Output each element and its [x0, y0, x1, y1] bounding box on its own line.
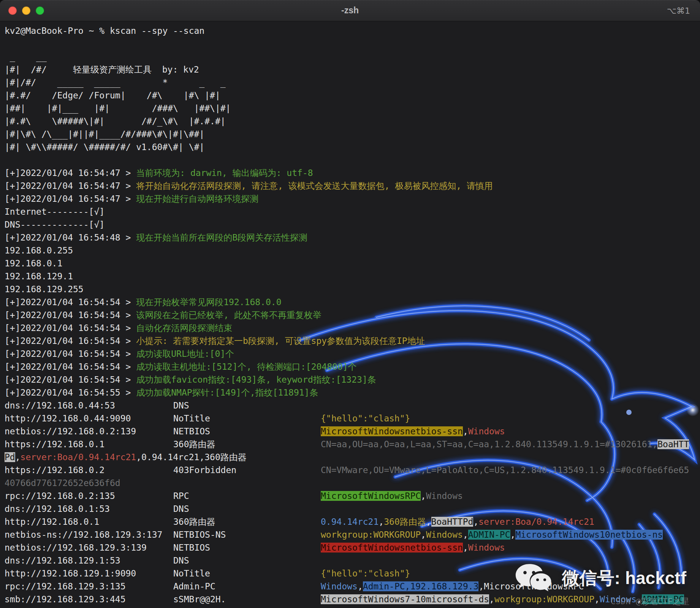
terminal-line: [+]2022/01/04 16:54:54 > 现在开始枚举常见网段192.1… [5, 296, 700, 309]
text-segment: [+]2022/01/04 16:54:48 > [5, 233, 136, 242]
text-segment: server:Boa/0.94.14rc21 [21, 452, 136, 462]
result-url: rpc://192.168.0.2:135 [5, 489, 173, 502]
text-segment: 40766d776172652e636f6d [5, 478, 120, 488]
result-url: https://192.168.0.1 [5, 438, 173, 451]
terminal-line: 192.168.129.255 [5, 283, 700, 296]
text-segment: 将开始自动化存活网段探测, 请注意, 该模式会发送大量数据包, 极易被风控感知,… [136, 181, 493, 191]
terminal-line: |#.#/ /Edge/ /Forum| /#\ |#\ |#| [5, 89, 700, 102]
text-segment: , [426, 517, 431, 527]
text-segment: , [510, 530, 516, 540]
text-segment: |##| |#|___ |#| /###\ |##\|#| [5, 103, 231, 113]
text-segment: BoaHTTPd [431, 517, 474, 527]
terminal-line: |#| \#\\#####/ \#####/#/ v1.60#\#| \#| [5, 141, 700, 154]
text-segment: 当前环境为: darwin, 输出编码为: utf-8 [136, 168, 313, 178]
terminal-line: [+]2022/01/04 16:54:54 > 成功加载favicon指纹:[… [5, 373, 700, 386]
result-row: rpc://192.168.0.2:135RPCMicrosoftWindows… [5, 489, 700, 502]
result-banner: NETBIOS-NS [173, 528, 321, 541]
terminal-line: _ __ [5, 50, 700, 63]
text-segment: kv2@MacBook-Pro ~ % kscan --spy --scan [5, 26, 204, 36]
text-segment: , [421, 530, 426, 540]
terminal-line: DNS-------------[√] [5, 218, 700, 231]
result-banner: NoTitle [173, 412, 321, 425]
text-segment: DNS-------------[√] [5, 220, 105, 230]
text-segment: 192.168.0.1 [5, 258, 62, 268]
terminal-line: |#|\#\ /\___|#||#|____/#/###\#\|#|\##| [5, 128, 700, 141]
result-url: http://192.168.129.1:9090 [5, 567, 173, 580]
result-url: netbios-ns://192.168.129.3:137 [5, 528, 173, 541]
text-segment: MicrosoftWindowsnetbios-ssn [321, 543, 463, 553]
text-segment: CN=aa,OU=aa,O=aa,L=aa,ST=aa,C=aa,1.2.840… [321, 439, 657, 449]
text-segment: MicrosoftWindows10netbios-ns [515, 530, 663, 540]
result-banner: Admin-PC [173, 580, 321, 593]
text-segment: 192.168.0.255 [5, 245, 73, 255]
text-segment: Windows [426, 530, 463, 540]
text-segment: Windows [468, 426, 505, 436]
text-segment: , [489, 594, 494, 604]
zoom-button[interactable] [36, 6, 44, 15]
terminal-line [5, 154, 700, 166]
result-url: dns://192.168.0.44:53 [5, 399, 173, 412]
result-row: netbios://192.168.0.2:139NETBIOSMicrosof… [5, 425, 700, 438]
text-segment: , [463, 426, 468, 436]
result-row: http://192.168.0.1360路由器0.94.14rc21,360路… [5, 515, 700, 528]
text-segment: Windows [321, 581, 358, 591]
text-segment: , [199, 452, 204, 462]
text-segment: , [463, 530, 468, 540]
terminal-line: |#|/#/ _____ _____ * _ _ [5, 76, 700, 89]
text-segment: [+]2022/01/04 16:54:47 > [5, 181, 136, 191]
text-segment: , [421, 491, 426, 501]
text-segment: 192.168.129.1 [5, 271, 73, 281]
text-segment: [+]2022/01/04 16:54:55 > [5, 388, 136, 397]
result-banner: NoTitle [173, 567, 321, 580]
text-segment: {"hello":"clash"} [321, 413, 410, 423]
terminal-line: [+]2022/01/04 16:54:54 > 自动化存活网段探测结束 [5, 321, 700, 334]
text-segment: 成功读取URL地址:[0]个 [136, 349, 234, 359]
text-segment: Windows [426, 491, 463, 501]
text-segment: 现在开始枚举常见网段192.168.0.0 [136, 297, 281, 307]
result-url: netbios://192.168.0.2:139 [5, 425, 173, 438]
result-row: netbios://192.168.129.3:139NETBIOSMicros… [5, 541, 700, 554]
text-segment: Windows [468, 543, 505, 553]
terminal[interactable]: kv2@MacBook-Pro ~ % kscan --spy --scan _… [0, 21, 700, 608]
result-row: https://192.168.0.2403ForbiddenCN=VMware… [5, 464, 700, 477]
text-segment: , [473, 517, 478, 527]
text-segment: workgroup:WORKGROUP [494, 594, 594, 604]
result-banner: DNS [173, 502, 321, 515]
text-segment: |#|\#\ /\___|#||#|____/#/###\#\|#|\##| [5, 129, 204, 139]
text-segment: [+]2022/01/04 16:54:47 > [5, 194, 136, 204]
text-segment: , [594, 594, 600, 604]
text-segment: {"hello":"clash"} [321, 568, 410, 578]
result-banner: 360路由器 [173, 515, 321, 528]
result-banner: DNS [173, 399, 321, 412]
terminal-window: -zsh ⌥⌘1 [0, 0, 700, 608]
text-segment: MicrosoftWindows7-10microsoft-ds [321, 594, 489, 604]
terminal-line [5, 37, 700, 50]
text-segment: , [379, 517, 384, 527]
result-row: https://192.168.0.1360路由器CN=aa,OU=aa,O=a… [5, 438, 700, 451]
text-segment: Admin-PC,192.168.129.3 [363, 581, 479, 591]
result-url: rpc://192.168.129.3:135 [5, 580, 173, 593]
terminal-line: [+]2022/01/04 16:54:48 > 现在开始当前所在网段的B段网关… [5, 231, 700, 244]
terminal-line: [+]2022/01/04 16:54:54 > 小提示: 若需要对指定某一b段… [5, 334, 700, 347]
close-button[interactable] [8, 6, 17, 15]
result-url: smb://192.168.129.3:445 [5, 593, 173, 606]
terminal-line: |#.#\ \#####\|#| /#/_\#\ |#.#.#| [5, 115, 700, 128]
text-segment: 成功加载favicon指纹:[493]条, keyword指纹:[1323]条 [136, 375, 376, 385]
terminal-line: 192.168.0.255 [5, 244, 700, 257]
text-segment: 小提示: 若需要对指定某一b段探测, 可设置spy参数值为该段任意IP地址 [136, 336, 424, 346]
window-shortcut-badge: ⌥⌘1 [667, 0, 690, 21]
text-segment: 0.94.14rc21 [141, 452, 199, 462]
text-segment: , [15, 452, 21, 462]
text-segment: server:Boa/0.94.14rc21 [478, 517, 594, 527]
text-segment: Pd [5, 452, 15, 462]
minimize-button[interactable] [22, 6, 30, 15]
text-segment: 360路由器 [384, 517, 426, 527]
wechat-watermark: 微信号: hackctf [515, 562, 686, 595]
terminal-line: [+]2022/01/04 16:54:47 > 现在开始进行自动网络环境探测 [5, 192, 700, 205]
terminal-line: |#| /#/ 轻量级资产测绘工具 by: kv2 [5, 63, 700, 76]
result-banner: NETBIOS [173, 425, 321, 438]
terminal-line: 192.168.0.1 [5, 257, 700, 270]
text-segment: , [478, 581, 484, 591]
terminal-line: [+]2022/01/04 16:54:54 > 成功读取主机地址:[512]个… [5, 360, 700, 373]
text-segment: 成功加载NMAP探针:[149]个,指纹[11891]条 [136, 388, 318, 397]
